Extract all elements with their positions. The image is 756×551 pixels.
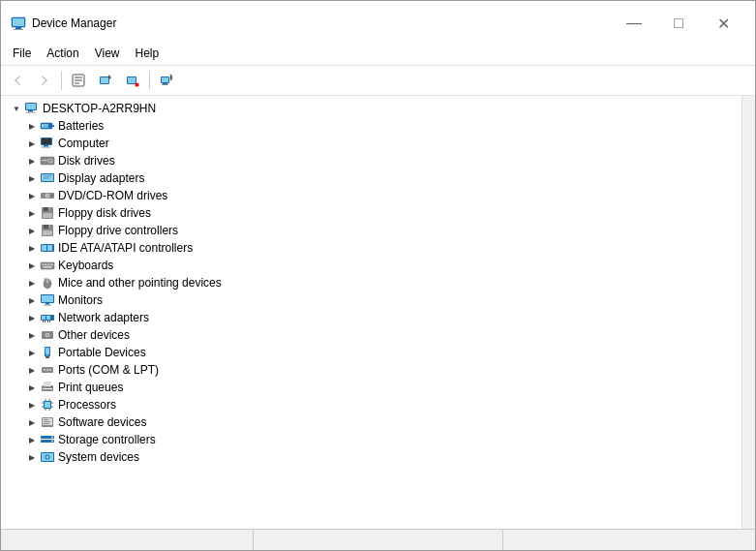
expand-icon-keyboards[interactable]: [24, 258, 40, 273]
other-devices-label: Other devices: [58, 328, 130, 342]
network-adapters-label: Network adapters: [58, 311, 149, 324]
tree-item-root[interactable]: DESKTOP-A2RR9HN: [1, 100, 741, 117]
svg-rect-56: [45, 264, 47, 266]
svg-rect-16: [163, 83, 167, 84]
forward-button[interactable]: [32, 69, 57, 92]
menu-view[interactable]: View: [87, 44, 128, 63]
toolbar-separator-1: [61, 71, 62, 90]
svg-rect-2: [15, 27, 21, 29]
menu-file[interactable]: File: [5, 44, 39, 63]
tree-item-network-adapters[interactable]: Network adapters: [1, 309, 741, 326]
svg-rect-73: [47, 321, 48, 322]
print-queues-label: Print queues: [58, 381, 123, 394]
tree-item-dvd-drives[interactable]: DVD/CD-ROM drives: [1, 187, 741, 204]
tree-item-print-queues[interactable]: Print queues: [1, 379, 741, 396]
expand-icon-mice[interactable]: [24, 275, 40, 291]
expand-icon-display-adapters[interactable]: [24, 170, 40, 186]
expand-icon-disk-drives[interactable]: [24, 153, 40, 168]
back-button[interactable]: [5, 69, 30, 92]
tree-item-floppy-disk-drives[interactable]: Floppy disk drives: [1, 204, 741, 222]
tree-item-software-devices[interactable]: Software devices: [1, 413, 741, 431]
expand-icon-portable-devices[interactable]: [24, 345, 40, 360]
scan-button[interactable]: [154, 69, 179, 92]
portable-devices-label: Portable Devices: [58, 346, 146, 359]
tree-item-ports[interactable]: Ports (COM & LPT): [1, 361, 741, 379]
svg-rect-57: [48, 264, 50, 266]
expand-icon-floppy-drive-controllers[interactable]: [24, 223, 40, 238]
svg-rect-55: [43, 264, 45, 266]
svg-rect-102: [44, 419, 48, 420]
expand-icon-software-devices[interactable]: [24, 414, 40, 430]
storage-controllers-icon: [40, 432, 55, 447]
tree-item-monitors[interactable]: Monitors: [1, 291, 741, 309]
expand-icon-network-adapters[interactable]: [24, 310, 40, 325]
svg-point-63: [46, 281, 49, 283]
tree-item-processors[interactable]: Processors: [1, 396, 741, 413]
svg-rect-89: [51, 386, 53, 387]
scan-icon: [159, 73, 174, 88]
svg-rect-19: [26, 104, 36, 109]
tree-item-batteries[interactable]: Batteries: [1, 117, 741, 135]
svg-rect-15: [162, 77, 168, 82]
svg-rect-42: [50, 196, 53, 197]
expand-icon-print-queues[interactable]: [24, 380, 40, 395]
close-button[interactable]: ✕: [701, 9, 745, 38]
uninstall-button[interactable]: [120, 69, 145, 92]
svg-point-84: [46, 369, 48, 371]
tree-item-other-devices[interactable]: Other devices: [1, 326, 741, 344]
menu-action[interactable]: Action: [39, 44, 86, 63]
svg-rect-3: [14, 29, 23, 30]
svg-rect-74: [49, 321, 50, 322]
tree-item-portable-devices[interactable]: Portable Devices: [1, 344, 741, 361]
expand-icon-ports[interactable]: [24, 362, 40, 378]
expand-icon-batteries[interactable]: [24, 118, 40, 134]
svg-rect-20: [28, 110, 33, 112]
tree-item-system-devices[interactable]: System devices: [1, 448, 741, 466]
tree-view[interactable]: DESKTOP-A2RR9HN Batteries: [1, 96, 741, 529]
tree-item-keyboards[interactable]: Keyboards: [1, 257, 741, 274]
tree-item-disk-drives[interactable]: Disk drives: [1, 152, 741, 169]
expand-icon-root[interactable]: [9, 101, 24, 116]
update-driver-button[interactable]: [93, 69, 118, 92]
status-panel-2: [254, 530, 502, 550]
expand-icon-storage-controllers[interactable]: [24, 432, 40, 447]
tree-item-ide-controllers[interactable]: IDE ATA/ATAPI controllers: [1, 239, 741, 257]
minimize-button[interactable]: —: [612, 9, 656, 38]
print-queues-icon: [40, 380, 55, 395]
toolbar: [1, 66, 755, 96]
menu-help[interactable]: Help: [128, 44, 167, 63]
svg-rect-21: [26, 112, 35, 113]
expand-icon-floppy-disk-drives[interactable]: [24, 205, 40, 221]
window-title: Device Manager: [32, 16, 116, 30]
dvd-drives-icon: [40, 188, 55, 203]
expand-icon-computer[interactable]: [24, 136, 40, 151]
ports-label: Ports (COM & LPT): [58, 363, 159, 377]
expand-icon-system-devices[interactable]: [24, 449, 40, 465]
other-devices-icon: [40, 327, 55, 343]
svg-point-85: [49, 369, 51, 371]
expand-icon-ide-controllers[interactable]: [24, 240, 40, 256]
tree-item-mice[interactable]: Mice and other pointing devices: [1, 274, 741, 291]
mice-icon: [40, 275, 55, 291]
scrollbar-right[interactable]: [741, 96, 755, 529]
batteries-label: Batteries: [58, 119, 104, 133]
monitors-icon: [40, 292, 55, 308]
tree-item-display-adapters[interactable]: Display adapters: [1, 169, 741, 187]
disk-drives-icon: [40, 153, 55, 168]
svg-rect-53: [47, 245, 52, 251]
svg-rect-34: [42, 160, 47, 161]
svg-rect-29: [44, 145, 48, 147]
tree-item-storage-controllers[interactable]: Storage controllers: [1, 431, 741, 448]
maximize-button[interactable]: □: [656, 9, 701, 38]
expand-icon-processors[interactable]: [24, 397, 40, 413]
tree-item-floppy-drive-controllers[interactable]: Floppy drive controllers: [1, 222, 741, 239]
properties-button[interactable]: [66, 69, 91, 92]
expand-icon-monitors[interactable]: [24, 292, 40, 308]
expand-icon-dvd-drives[interactable]: [24, 188, 40, 203]
dvd-drives-label: DVD/CD-ROM drives: [58, 189, 167, 202]
svg-rect-70: [46, 316, 50, 320]
svg-rect-23: [52, 125, 54, 127]
tree-item-computer[interactable]: Computer: [1, 135, 741, 152]
svg-rect-87: [44, 382, 51, 386]
expand-icon-other-devices[interactable]: [24, 327, 40, 343]
